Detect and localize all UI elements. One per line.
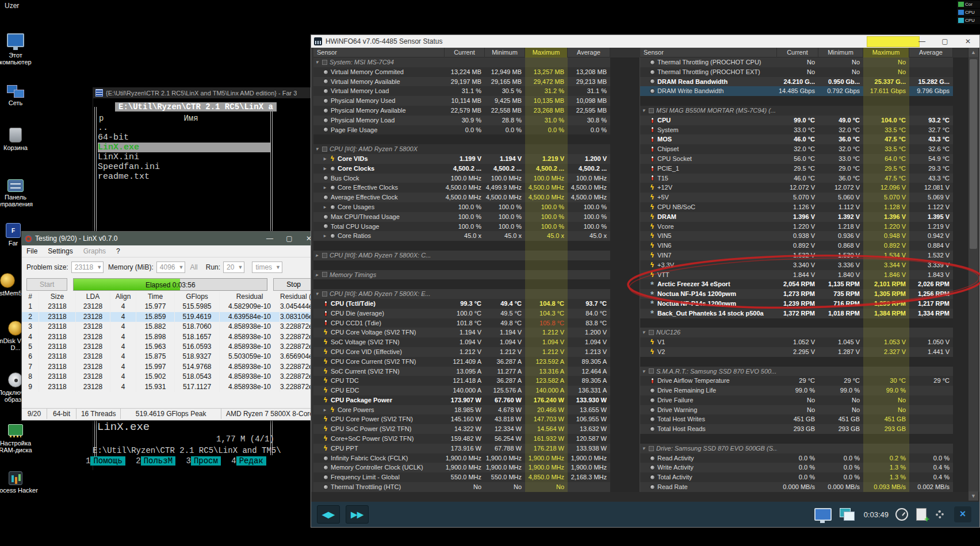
sensor-row[interactable]: Average Effective Clock4,500.0 MHz4,500.… xyxy=(313,193,610,202)
sensor-row[interactable]: Write Activity0.0 %0.0 %1.3 %0.4 % xyxy=(640,463,953,472)
sensor-row[interactable]: ▾System: MSI MS-7C94 xyxy=(313,57,610,67)
sensor-row[interactable]: ϟCPU Core Voltage (SVI2 TFN)1.194 V1.194… xyxy=(313,328,610,337)
sensor-row[interactable]: ϟVTT1.844 V1.840 V1.846 V1.843 V xyxy=(640,270,953,280)
linx-result-row[interactable]: 52311823128415.963516.05934.858938e-103.… xyxy=(22,342,319,352)
linx-column-header[interactable]: GFlops xyxy=(175,292,220,302)
move-column-button[interactable]: ▶▶ xyxy=(346,505,369,524)
desktop-icon-this-pc[interactable]: Этот компьютер xyxy=(0,33,38,66)
sensor-row[interactable]: Physical Memory Load30.9 %28.8 %31.0 %30… xyxy=(313,116,610,125)
sensor-row[interactable]: *Back_Out Phanteks 14 stock p500a1,372 R… xyxy=(640,309,953,318)
menu-graphs[interactable]: Graphs xyxy=(83,247,106,255)
tray-row[interactable]: CPU xyxy=(957,17,980,24)
sensor-row[interactable]: ϟCPU PPT173.916 W67.788 W176.218 W133.93… xyxy=(313,444,610,453)
sensor-row[interactable]: ▾NUC126 xyxy=(640,328,953,337)
sensor-row[interactable]: Physical Memory Used10,114 MB9,425 MB10,… xyxy=(313,96,610,106)
sensor-row[interactable]: Page File Usage0.0 %0.0 %0.0 %0.0 % xyxy=(313,125,610,135)
sensor-row[interactable]: Virtual Memory Available29,197 MB29,165 … xyxy=(313,77,610,87)
sensor-row[interactable]: Total Activity0.0 %0.0 %1.3 %0.4 % xyxy=(640,472,953,482)
stop-button[interactable]: Stop xyxy=(273,278,314,291)
sensor-row[interactable]: ϟ+12V12.072 V12.072 V12.096 V12.081 V xyxy=(640,183,953,193)
sensor-row[interactable]: ϟCPU Core Power (SVI2 TFN)145.160 W43.81… xyxy=(313,414,610,424)
close-button[interactable]: ✕ xyxy=(956,37,979,45)
sensor-row[interactable]: ▾S.M.A.R.T.: Samsung SSD 870 EVO 500... xyxy=(640,367,953,376)
sensor-row[interactable]: CPU (Tctl/Tdie)99.3 °C49.4 °C104.8 °C93.… xyxy=(313,299,610,309)
sensor-row[interactable]: *Noctua NF-P14s 1200pwm1,273 RPM735 RPM1… xyxy=(640,289,953,299)
linx-column-header[interactable]: LDA xyxy=(76,292,110,302)
sensor-row[interactable]: CPU Die (average)100.0 °C49.5 °C104.3 °C… xyxy=(313,309,610,318)
linx-column-header[interactable]: # xyxy=(22,292,39,302)
sensor-row[interactable]: Thermal Throttling (PROCHOT EXT)NoNoNo xyxy=(640,67,953,77)
sensor-row[interactable]: Virtual Memory Load31.1 %30.5 %31.2 %31.… xyxy=(313,86,610,96)
column-header-maximum[interactable]: Maximum xyxy=(525,48,568,57)
sensor-row[interactable]: *Arctic Freezer 34 eSport2,054 RPM1,135 … xyxy=(640,279,953,289)
sensor-row[interactable]: T1546.0 °C36.0 °C47.5 °C43.3 °C xyxy=(640,174,953,183)
logging-report-icon[interactable] xyxy=(916,508,927,521)
chevron-down-icon[interactable]: ▾ xyxy=(313,144,320,154)
menu-file[interactable]: File xyxy=(26,247,37,255)
desktop-icon-network[interactable]: Сеть xyxy=(0,85,38,106)
column-header-current[interactable]: Current xyxy=(777,48,818,57)
times-combo[interactable]: times▼ xyxy=(252,262,282,273)
sensor-row[interactable]: Physical Memory Available22,579 MB22,558… xyxy=(313,106,610,116)
maximize-button[interactable]: ▢ xyxy=(933,37,956,45)
linx-column-header[interactable]: Residual xyxy=(220,292,280,302)
sensor-row[interactable]: Total Host Writes451 GB451 GB451 GB xyxy=(640,414,953,424)
sensor-row[interactable]: Virtual Memory Commited13,224 MB12,949 M… xyxy=(313,67,610,77)
sensor-row[interactable]: Thermal Throttling (HTC)NoNoNo xyxy=(313,482,610,492)
sensor-row[interactable]: ϟCPU SoC Power (SVI2 TFN)14.322 W12.334 … xyxy=(313,424,610,434)
chevron-down-icon[interactable]: ▾ xyxy=(640,328,647,337)
fkey-usermenu[interactable]: 2ПользМ xyxy=(136,456,175,466)
far-file-item[interactable]: .. xyxy=(98,123,270,133)
scrollbar-thumb[interactable] xyxy=(970,59,977,249)
swap-columns-button[interactable]: ◀▶ xyxy=(317,505,340,524)
column-header-average[interactable]: Average xyxy=(909,48,953,57)
sensor-row[interactable]: DRAM Write Bandwidth14.485 Gbps0.792 Gbp… xyxy=(640,86,953,96)
scroll-down-arrow[interactable]: ▼ xyxy=(968,491,978,501)
sensor-row[interactable] xyxy=(640,434,953,444)
clock-icon[interactable] xyxy=(895,508,908,521)
cascade-windows-icon[interactable] xyxy=(840,508,855,521)
sensor-row[interactable]: *Noctua NF-P14s 1200pwm1,239 RPM716 RPM1… xyxy=(640,299,953,309)
sensor-row[interactable]: ϟDRAM1.396 V1.392 V1.396 V1.395 V xyxy=(640,212,953,222)
far-file-item[interactable]: LinX.exe xyxy=(98,143,270,152)
sensor-row[interactable]: DRAM Read Bandwidth24.210 G...0.950 Gb..… xyxy=(640,77,953,87)
chevron-right-icon[interactable]: ▸ xyxy=(321,183,328,193)
settings-gear-icon[interactable] xyxy=(936,510,944,518)
desktop-icon-recycle-bin[interactable]: Корзина xyxy=(0,128,38,151)
column-header-sensor[interactable]: Sensor xyxy=(640,48,777,57)
start-button[interactable]: Start xyxy=(26,278,67,291)
sensor-row[interactable]: Drive Airflow Temperature29 °C29 °C30 °C… xyxy=(640,376,953,386)
sensor-row[interactable] xyxy=(640,357,953,367)
menu-help[interactable]: ? xyxy=(116,247,120,255)
fkey-edit[interactable]: 4Редак xyxy=(231,456,266,466)
sensor-row[interactable]: ϟV22.295 V1.287 V2.327 V1.441 V xyxy=(640,347,953,357)
menu-settings[interactable]: Settings xyxy=(48,247,72,255)
sensor-row[interactable]: PCIE_129.5 °C29.0 °C29.5 °C29.3 °C xyxy=(640,164,953,174)
chevron-right-icon[interactable]: ▸ xyxy=(321,164,328,174)
sensor-row[interactable]: ▸CPU [#0]: AMD Ryzen 7 5800X: C... xyxy=(313,251,610,260)
linx-result-row[interactable]: 72311823128415.997514.97684.858938e-103.… xyxy=(22,362,319,372)
sensor-row[interactable]: ▾Drive: Samsung SSD 870 EVO 500GB (S... xyxy=(640,444,953,453)
column-header-average[interactable]: Average xyxy=(568,48,610,57)
linx-result-row[interactable]: 92311823128415.931517.11274.858938e-103.… xyxy=(22,382,319,392)
sensor-row[interactable]: ϟ+3.3V3.340 V3.336 V3.344 V3.339 V xyxy=(640,260,953,270)
sensor-row[interactable]: ▸Core Clocks4,500.2 ...4,500.2 ...4,500.… xyxy=(313,164,610,174)
vertical-scrollbar[interactable]: ▲ ▼ xyxy=(968,48,978,501)
sensor-row[interactable]: Bus Clock100.0 MHz100.0 MHz100.0 MHz100.… xyxy=(313,174,610,183)
sensor-row[interactable]: Thermal Throttling (PROCHOT CPU)NoNoNo xyxy=(640,57,953,67)
sensor-row[interactable]: Frequency Limit - Global550.0 MHz550.0 M… xyxy=(313,472,610,482)
desktop-icon-process-hacker[interactable]: Process Hacker xyxy=(0,471,38,494)
linx-result-row[interactable]: 22311823128415.859519.46194.639584e-103.… xyxy=(22,312,319,322)
column-header-sensor[interactable]: Sensor xyxy=(313,48,445,57)
sensor-row[interactable]: Drive FailureNoNoNo xyxy=(640,395,953,405)
scroll-up-arrow[interactable]: ▲ xyxy=(968,48,978,57)
sensor-row[interactable]: Infinity Fabric Clock (FCLK)1,900.0 MHz1… xyxy=(313,453,610,463)
sensor-row[interactable]: Memory Controller Clock (UCLK)1,900.0 MH… xyxy=(313,463,610,472)
chevron-right-icon[interactable]: ▸ xyxy=(321,405,328,415)
chevron-down-icon[interactable]: ▾ xyxy=(640,444,647,453)
chevron-down-icon[interactable]: ▾ xyxy=(313,289,320,299)
sensor-row[interactable]: ϟ+5V5.070 V5.060 V5.070 V5.069 V xyxy=(640,193,953,202)
linx-result-row[interactable]: 62311823128415.875518.93275.503059e-103.… xyxy=(22,352,319,362)
sensor-row[interactable]: Drive WarningNoNoNo xyxy=(640,405,953,415)
sensor-row[interactable]: MOS46.0 °C36.0 °C47.5 °C43.3 °C xyxy=(640,134,953,144)
